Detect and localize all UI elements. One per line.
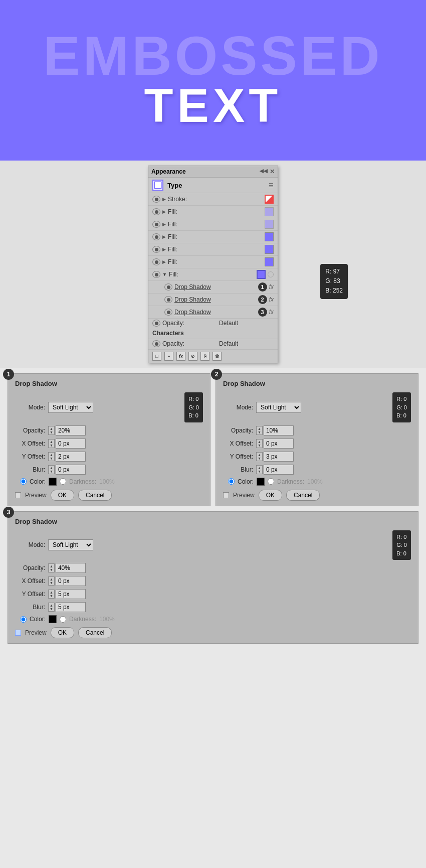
ds1-preview-checkbox[interactable] [15,492,21,498]
chevron-right-fill1[interactable]: ▶ [162,209,166,214]
fill-swatch-4[interactable] [265,245,274,254]
ds2-ok-button[interactable]: OK [259,490,282,501]
ds1-mode-select[interactable]: Soft Light [48,402,93,413]
ds1-blur-spinner[interactable]: ▲▼ [48,465,55,474]
ds3-yoffset-input[interactable] [56,589,86,599]
ds1-xoffset-spinner[interactable]: ▲▼ [48,439,55,448]
visibility-eye-char-opacity[interactable] [152,340,160,347]
ds3-xoffset-spinner[interactable]: ▲▼ [48,576,55,586]
ds1-opacity-spinner[interactable]: ▲▼ [48,426,55,435]
ds3-opacity-spinner[interactable]: ▲▼ [48,563,55,572]
ds1-xoffset-input[interactable] [56,439,86,449]
fill-swatch-3[interactable] [265,232,274,241]
footer-trash-icon[interactable]: 🗑 [212,352,222,361]
char-opacity-row: Opacity: Default [148,339,278,348]
ds2-color-radio[interactable] [228,478,235,485]
ds1-yoffset-spinner[interactable]: ▲▼ [48,452,55,461]
ds2-cancel-button[interactable]: Cancel [286,490,320,501]
ds3-mode-select[interactable]: Soft Light [48,539,93,550]
ds2-xoffset-spinner[interactable]: ▲▼ [256,439,263,448]
chevron-right-fill3[interactable]: ▶ [162,234,166,239]
ds1-yoffset-input[interactable] [56,452,86,462]
ds3-cancel-button[interactable]: Cancel [78,627,112,638]
svg-rect-1 [155,182,161,188]
ds3-blur-input[interactable] [56,602,86,612]
ds1-blur-input[interactable] [56,465,86,475]
chevron-down-fill6[interactable]: ▼ [162,272,167,277]
chevron-right-stroke[interactable]: ▶ [162,197,166,202]
appearance-menu-icon[interactable]: ☰ [269,182,274,189]
ds1-color-radio[interactable] [20,478,27,485]
fx-icon-3[interactable]: fx [269,309,274,316]
ds2-xoffset-input[interactable] [264,439,294,449]
ds-panel-badge-2: 2 [211,369,222,380]
ds2-yoffset-spinner[interactable]: ▲▼ [256,452,263,461]
ds3-preview-checkbox[interactable] [15,630,21,636]
type-icon [152,180,163,191]
chevron-right-fill4[interactable]: ▶ [162,247,166,252]
visibility-eye-fill3[interactable] [152,233,160,240]
ds1-color-swatch[interactable] [49,478,57,486]
visibility-eye-fill5[interactable] [152,258,160,265]
appearance-close-btn[interactable]: ✕ [270,168,275,175]
ds2-mode-select[interactable]: Soft Light [256,402,301,413]
ds3-color-radio[interactable] [20,616,27,623]
fill-swatch-6[interactable] [257,270,266,279]
ds1-color-box: R: 0 G: 0 B: 0 [184,392,203,422]
footer-no-icon[interactable]: ⊘ [188,352,197,361]
ds3-b: B: 0 [396,549,407,558]
visibility-eye-fill2[interactable] [152,221,160,228]
ds2-blur-spinner[interactable]: ▲▼ [256,465,263,474]
fill-swatch-2[interactable] [265,220,274,229]
stroke-swatch[interactable] [265,195,274,204]
chevron-right-fill5[interactable]: ▶ [162,259,166,264]
visibility-eye-ds1[interactable] [164,283,172,291]
fill-circle-indicator[interactable] [268,271,274,277]
chevron-right-fill2[interactable]: ▶ [162,222,166,227]
fx-icon-2[interactable]: fx [269,296,274,303]
ds3-darkness-radio[interactable] [60,616,66,623]
footer-fx-icon[interactable]: fx [176,352,185,361]
ds2-preview-checkbox[interactable] [223,492,229,498]
tooltip-g: G: 83 [325,276,343,286]
ds2-opacity-spinner[interactable]: ▲▼ [256,426,263,435]
drop-shadow-label-3[interactable]: Drop Shadow [174,309,256,316]
visibility-eye-ds2[interactable] [164,296,172,303]
ds3-blur-spinner[interactable]: ▲▼ [48,603,55,612]
drop-shadow-label-1[interactable]: Drop Shadow [174,283,256,291]
ds2-yoffset-input[interactable] [264,452,294,462]
ds3-xoffset-input[interactable] [56,576,86,586]
ds1-opacity-input[interactable] [56,425,86,436]
footer-copy-icon[interactable]: ⎘ [200,352,209,361]
ds-panel-title-1: Drop Shadow [15,380,203,387]
footer-square-icon[interactable]: □ [152,352,161,361]
ds3-color-swatch[interactable] [49,615,57,623]
ds3-darkness-label: Darkness: [69,616,96,623]
fill-swatch-5[interactable] [265,257,274,266]
ds3-opacity-input[interactable] [56,563,86,573]
ds1-cancel-button[interactable]: Cancel [78,490,112,501]
ds2-mode-label: Mode: [223,404,253,411]
visibility-eye-ds3[interactable] [164,309,172,316]
visibility-eye-fill6[interactable] [152,271,160,278]
appearance-collapse-icon[interactable]: ◀◀ [260,168,268,175]
ds2-darkness-value: 100% [307,478,323,485]
ds1-darkness-radio[interactable] [60,478,66,485]
visibility-eye-fill4[interactable] [152,246,160,253]
ds2-color-swatch[interactable] [257,478,265,486]
visibility-eye-stroke[interactable] [152,196,160,203]
ds3-yoffset-spinner[interactable]: ▲▼ [48,590,55,599]
visibility-eye-opacity[interactable] [152,320,160,327]
ds3-color-label: Color: [30,616,46,623]
fill-swatch-1[interactable] [265,207,274,216]
fx-icon-1[interactable]: fx [269,283,274,291]
ds1-ok-button[interactable]: OK [51,490,74,501]
ds2-opacity-input[interactable] [264,425,294,436]
ds2-darkness-radio[interactable] [268,478,274,485]
ds3-ok-button[interactable]: OK [51,627,74,638]
ds2-blur-input[interactable] [264,465,294,475]
drop-shadow-label-2[interactable]: Drop Shadow [174,296,256,303]
footer-fill-icon[interactable]: ▪ [164,352,173,361]
visibility-eye-fill1[interactable] [152,208,160,215]
characters-label: Characters [152,330,184,337]
